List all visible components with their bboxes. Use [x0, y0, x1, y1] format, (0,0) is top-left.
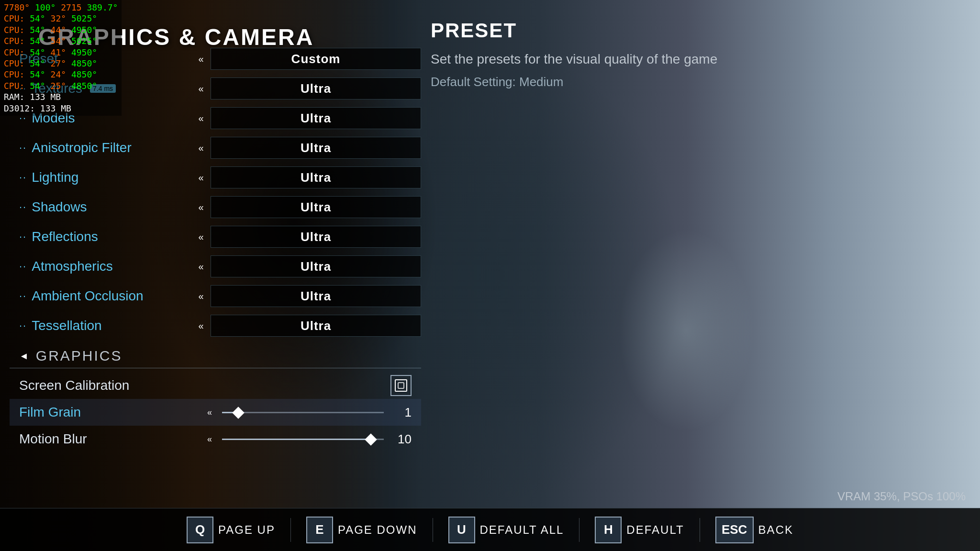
page-up-label: PAGE UP — [218, 523, 275, 537]
preset-description: Set the presets for the visual quality o… — [431, 52, 961, 67]
film-grain-label: Film Grain — [19, 405, 201, 420]
anisotropic-value[interactable]: Ultra — [211, 137, 421, 159]
film-grain-track[interactable] — [222, 412, 384, 413]
shadows-row: ·· Shadows « Ultra — [10, 194, 421, 220]
dots-icon: ·· — [19, 260, 27, 273]
dots-icon: ·· — [19, 320, 27, 332]
lighting-arrow-left[interactable]: « — [191, 172, 211, 183]
dots-icon: ·· — [19, 142, 27, 154]
page-down-label: PAGE DOWN — [338, 523, 417, 537]
page-up-button[interactable]: Q PAGE UP — [187, 517, 275, 543]
svg-rect-1 — [398, 383, 404, 388]
debug-overlay: 7780° 100° 2715 389.7° CPU: 54° 32° 5025… — [0, 0, 122, 116]
atmospherics-arrow-left[interactable]: « — [191, 261, 211, 272]
preset-value[interactable]: Custom — [211, 48, 421, 70]
shadows-value[interactable]: Ultra — [211, 196, 421, 218]
atmospherics-row: ·· Atmospherics « Ultra — [10, 253, 421, 280]
models-arrow-left[interactable]: « — [191, 113, 211, 124]
motion-blur-label: Motion Blur — [19, 431, 201, 447]
separator-1 — [290, 518, 291, 542]
default-button[interactable]: H DEFAULT — [595, 517, 684, 543]
preset-default: Default Setting: Medium — [431, 75, 961, 89]
reflections-text: Reflections — [32, 229, 98, 244]
textures-value[interactable]: Ultra — [211, 77, 421, 99]
lighting-row: ·· Lighting « Ultra — [10, 164, 421, 191]
preset-arrow-left[interactable]: « — [191, 54, 211, 65]
separator-2 — [433, 518, 433, 542]
back-button[interactable]: ESC BACK — [715, 517, 793, 543]
graphics-section-header: ◄ GRAPHICS — [10, 342, 421, 368]
graphics-header-text: GRAPHICS — [36, 348, 122, 364]
dots-icon: ·· — [19, 231, 27, 243]
ambient-occlusion-value[interactable]: Ultra — [211, 285, 421, 307]
screen-calibration-label: Screen Calibration — [19, 378, 390, 393]
film-grain-row: Film Grain « 1 — [10, 399, 421, 426]
svg-rect-0 — [395, 380, 407, 391]
preset-section: PRESET Set the presets for the visual qu… — [431, 19, 961, 89]
reflections-arrow-left[interactable]: « — [191, 231, 211, 242]
tessellation-row: ·· Tessellation « Ultra — [10, 312, 421, 339]
dots-icon: ·· — [19, 201, 27, 213]
anisotropic-text: Anisotropic Filter — [32, 140, 132, 155]
anisotropic-row: ·· Anisotropic Filter « Ultra — [10, 134, 421, 161]
anisotropic-label: ·· Anisotropic Filter — [10, 140, 191, 155]
u-key: U — [448, 517, 475, 543]
motion-blur-row: Motion Blur « 10 — [10, 426, 421, 452]
ambient-occlusion-text: Ambient Occlusion — [32, 288, 143, 304]
esc-key: ESC — [715, 517, 754, 543]
default-all-button[interactable]: U DEFAULT ALL — [448, 517, 564, 543]
atmospherics-value[interactable]: Ultra — [211, 255, 421, 277]
e-key: E — [306, 517, 333, 543]
atmospherics-label: ·· Atmospherics — [10, 259, 191, 274]
section-arrow-icon: ◄ — [19, 351, 30, 362]
ambient-occlusion-label: ·· Ambient Occlusion — [10, 288, 191, 304]
shadows-text: Shadows — [32, 199, 87, 215]
dots-icon: ·· — [19, 171, 27, 184]
lighting-label: ·· Lighting — [10, 170, 191, 185]
tessellation-label: ·· Tessellation — [10, 318, 191, 333]
vram-info: VRAM 35%, PSOs 100% — [837, 490, 966, 503]
shadows-arrow-left[interactable]: « — [191, 202, 211, 213]
models-value[interactable]: Ultra — [211, 107, 421, 129]
motion-blur-arrow-left[interactable]: « — [201, 434, 218, 444]
default-label: DEFAULT — [626, 523, 684, 537]
default-all-label: DEFAULT ALL — [480, 523, 564, 537]
reflections-value[interactable]: Ultra — [211, 226, 421, 248]
ambient-occlusion-row: ·· Ambient Occlusion « Ultra — [10, 283, 421, 309]
textures-arrow-left[interactable]: « — [191, 83, 211, 94]
back-label: BACK — [758, 523, 793, 537]
separator-3 — [579, 518, 579, 542]
dots-icon: ·· — [19, 290, 27, 302]
page-down-button[interactable]: E PAGE DOWN — [306, 517, 417, 543]
screen-calibration-icon[interactable] — [390, 375, 412, 396]
screen-calibration-row: Screen Calibration — [10, 372, 421, 399]
tessellation-text: Tessellation — [32, 318, 101, 333]
lighting-value[interactable]: Ultra — [211, 166, 421, 188]
motion-blur-value: 10 — [388, 432, 412, 447]
h-key: H — [595, 517, 622, 543]
film-grain-value: 1 — [388, 405, 412, 420]
reflections-label: ·· Reflections — [10, 229, 191, 244]
film-grain-arrow-left[interactable]: « — [201, 408, 218, 418]
q-key: Q — [187, 517, 213, 543]
ambient-occlusion-arrow-left[interactable]: « — [191, 291, 211, 302]
preset-title: PRESET — [431, 19, 961, 42]
tessellation-value[interactable]: Ultra — [211, 315, 421, 337]
bottom-bar: Q PAGE UP E PAGE DOWN U DEFAULT ALL H DE… — [0, 508, 980, 551]
lighting-text: Lighting — [32, 170, 78, 185]
motion-blur-track[interactable] — [222, 439, 384, 440]
separator-4 — [700, 518, 700, 542]
anisotropic-arrow-left[interactable]: « — [191, 143, 211, 154]
shadows-label: ·· Shadows — [10, 199, 191, 215]
reflections-row: ·· Reflections « Ultra — [10, 223, 421, 250]
tessellation-arrow-left[interactable]: « — [191, 320, 211, 331]
atmospherics-text: Atmospherics — [32, 259, 113, 274]
